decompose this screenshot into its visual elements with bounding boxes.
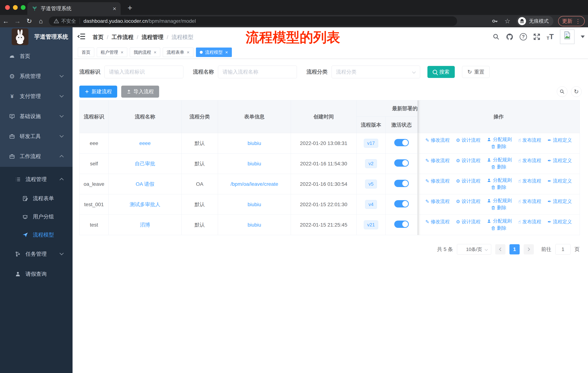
fullscreen-icon[interactable] [533, 33, 540, 40]
sidebar-item-process-mgmt[interactable]: 流程管理 [0, 169, 73, 189]
action-design-link[interactable]: ⚙设计流程 [456, 157, 481, 164]
create-process-button[interactable]: 新建流程 [79, 86, 117, 98]
prev-page-button[interactable] [495, 244, 505, 254]
goto-page-input[interactable] [555, 244, 570, 255]
tab-close-icon[interactable]: × [113, 5, 116, 12]
sidebar-item-system[interactable]: ⚙ 系统管理 [0, 66, 73, 86]
address-bar[interactable]: 不安全 dashboard.yudao.iocoder.cn/bpm/manag… [49, 16, 457, 26]
action-assign-link[interactable]: 分配规则 [487, 218, 512, 224]
process-name-link[interactable]: OA 请假 [136, 181, 154, 187]
action-delete-link[interactable]: 删除 [491, 143, 506, 150]
new-tab-button[interactable]: + [128, 3, 132, 12]
close-icon[interactable]: × [121, 50, 123, 55]
close-window-button[interactable] [5, 5, 10, 10]
form-info-link[interactable]: biubiu [248, 161, 261, 166]
form-info-link[interactable]: biubiu [248, 202, 261, 207]
github-icon[interactable] [506, 33, 514, 40]
action-publish-link[interactable]: ☝发布流程 [518, 157, 541, 164]
search-button[interactable]: 搜索 [427, 66, 455, 78]
process-name-link[interactable]: 测试多审批人 [130, 202, 160, 207]
close-icon[interactable]: × [225, 50, 228, 55]
page-size-select[interactable]: 10条/页 [457, 244, 491, 255]
action-delete-link[interactable]: 删除 [491, 204, 506, 211]
action-design-link[interactable]: ⚙设计流程 [456, 219, 481, 225]
breadcrumb-process-mgmt[interactable]: 流程管理 [142, 33, 164, 41]
sidebar-item-devtools[interactable]: 研发工具 [0, 126, 73, 146]
process-name-link[interactable]: 自己审批 [135, 161, 155, 166]
home-icon[interactable]: ⌂ [35, 17, 47, 25]
import-process-button[interactable]: 导入流程 [121, 86, 159, 98]
sidebar-item-infra[interactable]: 基础设施 [0, 106, 73, 126]
tag-tenant[interactable]: 租户管理× [97, 48, 127, 57]
action-delete-link[interactable]: 删除 [491, 164, 506, 170]
sidebar-item-workflow[interactable]: 工作流程 [0, 146, 73, 166]
version-badge[interactable]: v5 [365, 180, 377, 189]
action-edit-link[interactable]: ✎修改流程 [425, 198, 450, 204]
close-icon[interactable]: × [187, 50, 189, 55]
form-info-link[interactable]: /bpm/oa/leave/create [231, 181, 278, 187]
current-page-button[interactable]: 1 [509, 244, 520, 254]
window-controls[interactable] [5, 5, 26, 10]
tag-home[interactable]: 首页 [78, 48, 94, 57]
sidebar-item-user-group[interactable]: 用户分组 [0, 208, 73, 226]
font-size-icon[interactable]: TT [547, 33, 554, 41]
next-page-button[interactable] [524, 244, 534, 254]
active-toggle[interactable] [394, 180, 409, 187]
sidebar-item-task-mgmt[interactable]: 任务管理 [0, 244, 73, 264]
process-name-link[interactable]: 滔博 [140, 222, 150, 228]
update-menu-button[interactable]: 更新 ⋮ [558, 16, 585, 26]
version-badge[interactable]: v17 [364, 139, 378, 148]
sidebar-collapse-icon[interactable] [77, 33, 86, 40]
tag-my-process[interactable]: 我的流程× [130, 48, 160, 57]
action-definition-link[interactable]: ✒流程定义 [547, 219, 572, 225]
process-key-input[interactable] [105, 66, 183, 78]
action-delete-link[interactable]: 删除 [491, 225, 506, 231]
app-logo-row[interactable]: 芋道管理系统 [0, 27, 73, 46]
action-publish-link[interactable]: ☝发布流程 [518, 198, 541, 204]
sidebar-item-leave-query[interactable]: 请假查询 [0, 264, 73, 284]
version-badge[interactable]: v2 [365, 159, 377, 168]
tag-process-form[interactable]: 流程表单× [163, 48, 193, 57]
version-badge[interactable]: v21 [364, 220, 378, 229]
kebab-menu-icon[interactable]: ⋮ [575, 18, 581, 24]
action-delete-link[interactable]: 删除 [491, 184, 506, 191]
action-definition-link[interactable]: ✒流程定义 [547, 137, 572, 143]
action-design-link[interactable]: ⚙设计流程 [456, 137, 481, 143]
active-toggle[interactable] [394, 200, 409, 207]
breadcrumb-home[interactable]: 首页 [93, 33, 104, 41]
form-info-link[interactable]: biubiu [248, 222, 261, 228]
action-assign-link[interactable]: 分配规则 [487, 177, 512, 183]
action-design-link[interactable]: ⚙设计流程 [456, 178, 481, 184]
action-definition-link[interactable]: ✒流程定义 [547, 198, 572, 204]
back-icon[interactable]: ← [0, 17, 12, 25]
sidebar-item-payment[interactable]: ¥ 支付管理 [0, 86, 73, 106]
minimize-window-button[interactable] [13, 5, 18, 10]
process-name-link[interactable]: eeee [139, 141, 151, 146]
forward-icon[interactable]: → [12, 17, 23, 25]
close-icon[interactable]: × [154, 50, 156, 55]
maximize-window-button[interactable] [21, 5, 26, 10]
action-edit-link[interactable]: ✎修改流程 [425, 219, 450, 225]
avatar-caret-icon[interactable] [581, 36, 585, 38]
action-edit-link[interactable]: ✎修改流程 [425, 178, 450, 184]
process-name-input[interactable] [218, 66, 297, 78]
form-info-link[interactable]: biubiu [248, 141, 261, 146]
password-key-icon[interactable] [492, 18, 498, 24]
action-assign-link[interactable]: 分配规则 [487, 197, 512, 204]
action-design-link[interactable]: ⚙设计流程 [456, 198, 481, 204]
active-toggle[interactable] [394, 139, 409, 146]
active-toggle[interactable] [394, 221, 409, 228]
category-select[interactable]: 流程分类 [332, 66, 420, 78]
action-assign-link[interactable]: 分配规则 [487, 136, 512, 143]
action-publish-link[interactable]: ☝发布流程 [518, 219, 541, 225]
search-icon[interactable] [493, 33, 500, 40]
show-search-button[interactable] [557, 86, 567, 97]
action-definition-link[interactable]: ✒流程定义 [547, 178, 572, 184]
browser-tab[interactable]: 芋道管理系统 × [27, 2, 121, 15]
help-icon[interactable]: ? [520, 33, 527, 40]
active-toggle[interactable] [394, 159, 409, 167]
action-definition-link[interactable]: ✒流程定义 [547, 157, 572, 164]
tag-process-model[interactable]: 流程模型× [196, 48, 232, 57]
avatar[interactable] [560, 30, 575, 44]
sidebar-item-process-form[interactable]: 流程表单 [0, 189, 73, 208]
